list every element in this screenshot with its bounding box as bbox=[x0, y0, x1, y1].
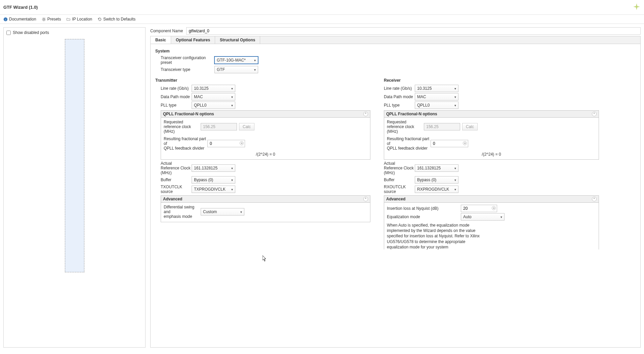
rx-buffer-select[interactable]: Bypass (0)▾ bbox=[415, 176, 458, 184]
chevron-down-icon: ▾ bbox=[231, 87, 233, 90]
tab-optional-features[interactable]: Optional Features bbox=[171, 36, 215, 44]
rx-eq-note: When Auto is specified, the equalization… bbox=[387, 223, 488, 249]
rx-dpm-select[interactable]: MAC▾ bbox=[415, 93, 458, 101]
tx-fracn-heading: QPLL Fractional-N options bbox=[163, 112, 214, 116]
tab-basic[interactable]: Basic bbox=[151, 36, 171, 44]
tx-dpm-label: Data Path mode bbox=[161, 94, 192, 99]
chevron-down-icon: ▾ bbox=[454, 188, 456, 191]
tx-dpm-select[interactable]: MAC▾ bbox=[192, 93, 235, 101]
rx-actref-label: Actual Reference Clock (MHz) bbox=[384, 161, 415, 175]
tx-advanced-heading: Advanced bbox=[163, 197, 182, 201]
app-logo-icon bbox=[633, 3, 641, 12]
documentation-link[interactable]: i Documentation bbox=[3, 17, 36, 22]
component-name-label: Component Name bbox=[150, 29, 183, 33]
chevron-down-icon: ▾ bbox=[500, 215, 502, 219]
clear-icon[interactable]: ✕ bbox=[240, 141, 244, 145]
tx-swing-select[interactable]: Custom▾ bbox=[201, 208, 244, 215]
refresh-icon bbox=[97, 17, 102, 22]
tx-line-rate-select[interactable]: 10.3125▾ bbox=[192, 85, 235, 92]
rx-line-rate-label: Line rate (Gb/s) bbox=[384, 86, 415, 91]
chevron-down-icon: ▾ bbox=[231, 104, 233, 107]
rx-outclk-label: RXOUTCLK source bbox=[384, 185, 415, 194]
collapse-icon[interactable]: ⌃ bbox=[363, 197, 368, 201]
rx-eq-select[interactable]: Auto▾ bbox=[461, 213, 505, 221]
tab-structural-options[interactable]: Structural Options bbox=[215, 36, 260, 44]
preview-panel: Show disabled ports bbox=[3, 27, 146, 348]
chevron-down-icon: ▾ bbox=[454, 104, 456, 107]
rx-line-rate-select[interactable]: 10.3125▾ bbox=[415, 85, 458, 92]
chevron-down-icon: ▾ bbox=[231, 178, 233, 182]
rx-calc-button[interactable]: Calc bbox=[462, 123, 478, 130]
collapse-icon[interactable]: ⌃ bbox=[592, 197, 597, 201]
rx-pll-select[interactable]: QPLL0▾ bbox=[415, 102, 458, 109]
tx-buffer-label: Buffer bbox=[161, 178, 192, 182]
system-heading: System bbox=[155, 49, 636, 53]
rx-buffer-label: Buffer bbox=[384, 178, 415, 182]
clear-icon[interactable]: ✕ bbox=[492, 206, 496, 210]
chevron-down-icon: ▾ bbox=[254, 58, 256, 62]
rx-outclk-select[interactable]: RXPROGDIVCLK▾ bbox=[415, 186, 458, 193]
chevron-down-icon: ▾ bbox=[231, 166, 233, 170]
tx-actref-select[interactable]: 161.1328125▾ bbox=[192, 164, 235, 172]
show-disabled-ports-label: Show disabled ports bbox=[13, 30, 49, 35]
info-icon: i bbox=[3, 17, 8, 22]
rx-formula: /(2^24) = 0 bbox=[387, 152, 596, 157]
receiver-heading: Receiver bbox=[384, 78, 599, 83]
tx-calc-button[interactable]: Calc bbox=[239, 123, 254, 130]
tx-outclk-label: TXOUTCLK source bbox=[161, 185, 192, 194]
ip-preview-block[interactable] bbox=[65, 39, 84, 272]
ip-location-link[interactable]: IP Location bbox=[66, 17, 92, 22]
show-disabled-ports-checkbox[interactable] bbox=[6, 31, 11, 35]
rx-reqref-label: Requested reference clock (MHz) bbox=[387, 120, 424, 134]
preset-select[interactable]: GTF-10G-MAC*▾ bbox=[214, 56, 258, 64]
tx-pll-label: PLL type bbox=[161, 103, 192, 108]
chevron-down-icon: ▾ bbox=[454, 87, 456, 90]
svg-text:i: i bbox=[5, 18, 6, 21]
tx-formula: /(2^24) = 0 bbox=[164, 152, 367, 157]
chevron-down-icon: ▾ bbox=[240, 210, 242, 214]
chevron-down-icon: ▾ bbox=[231, 95, 233, 99]
transceiver-type-select[interactable]: GTF▾ bbox=[214, 66, 258, 73]
rx-resfrac-label: Resulting fractional part of QPLL feedba… bbox=[387, 136, 431, 151]
folder-icon bbox=[66, 17, 71, 22]
rx-advanced-heading: Advanced bbox=[386, 197, 405, 201]
chevron-down-icon: ▾ bbox=[454, 178, 456, 182]
svg-point-2 bbox=[43, 18, 45, 20]
rx-fracn-heading: QPLL Fractional-N options bbox=[386, 112, 437, 116]
chevron-down-icon: ▾ bbox=[454, 95, 456, 99]
tx-swing-label: Differential swing and emphasis mode bbox=[164, 205, 201, 219]
preset-label: Transceiver configuration preset bbox=[161, 55, 214, 65]
tx-outclk-select[interactable]: TXPROGDIVCLK▾ bbox=[192, 186, 235, 193]
tx-buffer-select[interactable]: Bypass (0)▾ bbox=[192, 176, 235, 184]
collapse-icon[interactable]: ⌃ bbox=[363, 112, 368, 116]
rx-actref-select[interactable]: 161.1328125▾ bbox=[415, 164, 458, 172]
clear-icon[interactable]: ✕ bbox=[463, 141, 467, 145]
tx-resfrac-label: Resulting fractional part of QPLL feedba… bbox=[164, 136, 207, 151]
tx-reqref-input bbox=[201, 123, 237, 130]
chevron-down-icon: ▾ bbox=[254, 68, 256, 72]
switch-defaults-link[interactable]: Switch to Defaults bbox=[97, 17, 135, 22]
tx-pll-select[interactable]: QPLL0▾ bbox=[192, 102, 235, 109]
presets-link[interactable]: Presets bbox=[42, 17, 61, 22]
gear-icon bbox=[42, 17, 46, 22]
rx-insloss-label: Insertion loss at Nyquist (dB) bbox=[387, 206, 461, 211]
transceiver-type-label: Transceiver type bbox=[161, 67, 214, 72]
rx-eq-label: Equalization mode bbox=[387, 214, 461, 219]
rx-reqref-input bbox=[424, 123, 460, 130]
chevron-down-icon: ▾ bbox=[231, 188, 233, 191]
tx-actref-label: Actual Reference Clock (MHz) bbox=[161, 161, 192, 175]
component-name-input[interactable] bbox=[186, 27, 641, 35]
rx-dpm-label: Data Path mode bbox=[384, 94, 415, 99]
collapse-icon[interactable]: ⌃ bbox=[592, 112, 597, 116]
tx-line-rate-label: Line rate (Gb/s) bbox=[161, 86, 192, 91]
rx-pll-label: PLL type bbox=[384, 103, 415, 108]
chevron-down-icon: ▾ bbox=[454, 166, 456, 170]
window-title: GTF Wizard (1.0) bbox=[3, 5, 38, 10]
tx-reqref-label: Requested reference clock (MHz) bbox=[164, 120, 201, 134]
tab-basic-content: System Transceiver configuration preset … bbox=[151, 44, 640, 249]
transmitter-heading: Transmitter bbox=[155, 78, 370, 83]
